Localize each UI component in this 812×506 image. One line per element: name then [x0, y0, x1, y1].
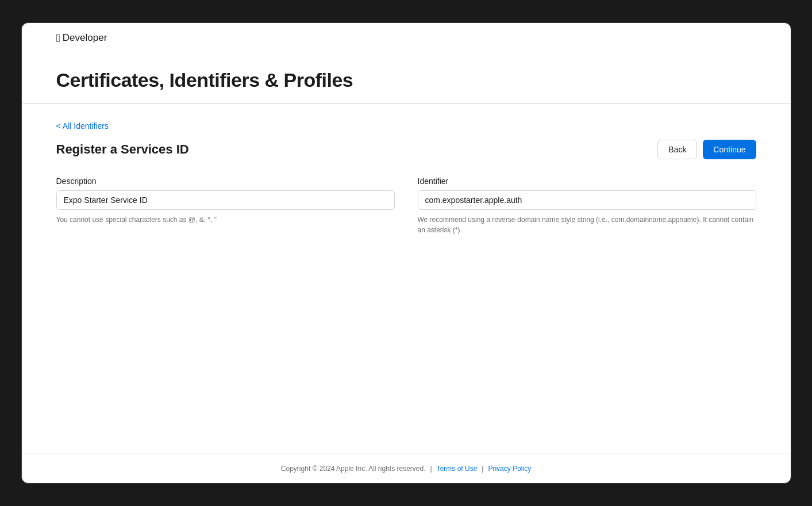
button-group: Back Continue [657, 140, 756, 159]
description-input[interactable] [56, 190, 395, 210]
footer-divider: | [430, 465, 432, 473]
section-title: Register a Services ID [56, 142, 189, 157]
apple-developer-logo[interactable]:  Developer [56, 32, 756, 44]
breadcrumb-link[interactable]: < All Identifiers [56, 121, 109, 131]
back-button[interactable]: Back [657, 140, 697, 159]
page-title: Certificates, Identifiers & Profiles [56, 69, 756, 91]
form-row: Description You cannot use special chara… [56, 177, 756, 235]
description-group: Description You cannot use special chara… [56, 177, 395, 235]
privacy-policy-link[interactable]: Privacy Policy [488, 465, 531, 473]
continue-button[interactable]: Continue [703, 140, 756, 159]
developer-logo-text: Developer [63, 32, 107, 44]
identifier-hint: We recommend using a reverse-domain name… [418, 214, 756, 235]
footer: Copyright © 2024 Apple Inc. All rights r… [22, 454, 791, 483]
footer-divider-2: | [482, 465, 483, 473]
section-header: Register a Services ID Back Continue [56, 140, 756, 159]
identifier-label: Identifier [418, 177, 756, 186]
description-label: Description [56, 177, 395, 186]
terms-of-use-link[interactable]: Terms of Use [437, 465, 478, 473]
footer-copyright: Copyright © 2024 Apple Inc. All rights r… [281, 465, 426, 473]
description-hint: You cannot use special characters such a… [56, 214, 395, 225]
identifier-input[interactable] [418, 190, 756, 210]
identifier-group: Identifier We recommend using a reverse-… [418, 177, 756, 235]
apple-logo-icon:  [56, 32, 60, 44]
